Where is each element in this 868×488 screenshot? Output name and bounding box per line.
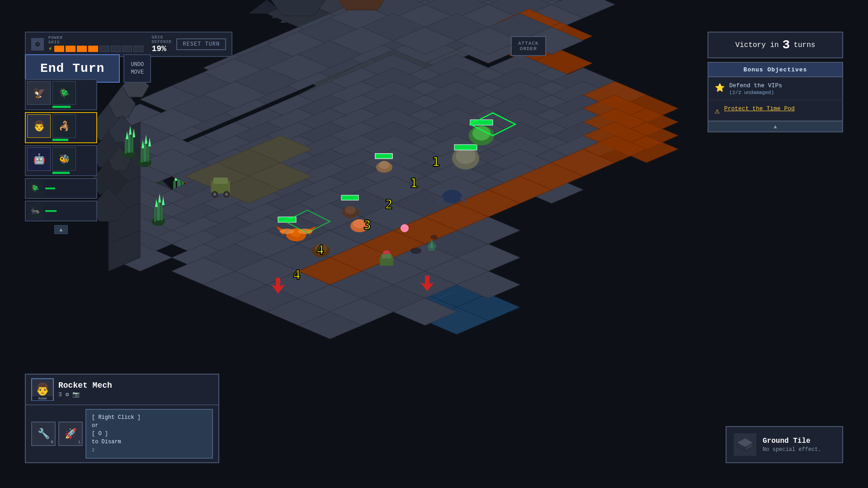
small-unit-icon-1: 🪲 bbox=[27, 180, 43, 197]
svg-rect-491 bbox=[147, 146, 149, 162]
svg-rect-426 bbox=[341, 195, 359, 200]
small-unit-hp-1 bbox=[45, 188, 55, 189]
objective-item-1: ⭐ Defend the VIPs (2/2 undamaged) bbox=[708, 77, 842, 100]
objective-1-subtext: (2/2 undamaged) bbox=[729, 90, 782, 95]
grid-defense-section: GRIDDEFENSE 19% bbox=[151, 35, 172, 53]
action-key-r: R bbox=[51, 440, 53, 445]
action-key-1: 1 bbox=[78, 440, 80, 445]
undo-move-button[interactable]: UNDO MOVE bbox=[123, 54, 151, 83]
action-slot-rocket[interactable]: 🚀 1 bbox=[58, 422, 83, 446]
power-grid-label: POWER GRID bbox=[48, 36, 63, 45]
svg-marker-480 bbox=[339, 0, 384, 10]
unit-icon-3: 🐝 bbox=[52, 147, 76, 171]
svg-rect-459 bbox=[375, 154, 392, 159]
small-unit-2[interactable]: 🐜 bbox=[25, 201, 97, 221]
svg-text:4: 4 bbox=[293, 267, 301, 282]
power-bar-3 bbox=[77, 46, 87, 52]
unit-name: Rocket Mech bbox=[58, 381, 112, 390]
victory-turns-number: 3 bbox=[783, 38, 790, 52]
svg-point-457 bbox=[410, 248, 421, 254]
unit-icon-2: 🦂 bbox=[52, 114, 76, 138]
objectives-scroll-up[interactable]: ▲ bbox=[708, 121, 842, 131]
lightning-icon: ⚡ bbox=[48, 45, 52, 52]
svg-point-423 bbox=[280, 229, 294, 234]
svg-rect-484 bbox=[131, 137, 133, 153]
power-bars: ⚡ bbox=[48, 45, 143, 52]
svg-rect-503 bbox=[382, 254, 392, 258]
grid-defense-value: 19% bbox=[151, 44, 166, 53]
small-unit-1[interactable]: 🪲 bbox=[25, 178, 97, 199]
unit-portrait-name: Adam bbox=[32, 396, 53, 400]
unit-info-panel: 👨 Adam Rocket Mech 3 ⚙ 📷 🔧 R 🚀 1 [ Right… bbox=[25, 374, 219, 463]
victory-banner: Victory in 3 turns bbox=[708, 32, 843, 58]
power-bar-8 bbox=[133, 46, 143, 52]
power-bar-7 bbox=[122, 46, 132, 52]
power-bar-4 bbox=[88, 46, 98, 52]
svg-point-428 bbox=[345, 206, 356, 214]
objectives-header-text: Bonus Objectives bbox=[744, 66, 807, 73]
unit-info-actions: 🔧 R 🚀 1 [ Right Click ]or[ O ]to Disarm … bbox=[26, 405, 218, 462]
svg-text:2: 2 bbox=[385, 197, 393, 212]
svg-text:1: 1 bbox=[410, 176, 418, 191]
right-panel: Victory in 3 turns Bonus Objectives ⭐ De… bbox=[708, 32, 843, 132]
unit-hp-bar-1 bbox=[52, 106, 71, 108]
tile-description: No special effect. bbox=[763, 446, 821, 453]
svg-text:3: 3 bbox=[363, 218, 371, 233]
victory-suffix: turns bbox=[793, 41, 815, 49]
unit-portrait-1: 🦅 bbox=[27, 81, 51, 105]
power-bar-5 bbox=[99, 46, 109, 52]
unit-list-item-1[interactable]: 🦅 🪲 bbox=[25, 79, 97, 110]
unit-list-scroll-down[interactable]: ▲ bbox=[54, 225, 68, 234]
power-grid-section: POWER GRID ⚡ bbox=[48, 36, 143, 53]
unit-list-item-2[interactable]: 👨 🦂 bbox=[25, 112, 97, 143]
svg-rect-482 bbox=[125, 139, 127, 154]
svg-rect-434 bbox=[454, 145, 477, 150]
unit-info-portrait: 👨 Adam bbox=[31, 378, 54, 401]
small-unit-icon-2: 🐜 bbox=[27, 203, 43, 219]
end-turn-section: End Turn UNDO MOVE bbox=[25, 54, 151, 83]
power-bar-6 bbox=[111, 46, 121, 52]
unit-info-header: 👨 Adam Rocket Mech 3 ⚙ 📷 bbox=[26, 375, 218, 405]
svg-point-439 bbox=[442, 190, 462, 203]
svg-rect-489 bbox=[141, 148, 143, 163]
tooltip-key: 2 bbox=[92, 448, 94, 453]
tile-icon bbox=[734, 433, 756, 456]
attack-order-indicator: ATTACKORDER bbox=[511, 36, 546, 56]
victory-prefix: Victory in bbox=[736, 41, 779, 49]
tooltip-text: [ Right Click ]or[ O ]to Disarm bbox=[92, 413, 207, 446]
svg-point-466 bbox=[401, 224, 409, 232]
unit-level: 3 ⚙ 📷 bbox=[58, 391, 112, 398]
power-bar-2 bbox=[66, 46, 75, 52]
svg-rect-445 bbox=[213, 178, 228, 184]
reset-turn-button[interactable]: RESET TURN bbox=[176, 38, 226, 50]
unit-hp-bar-2 bbox=[52, 139, 68, 141]
svg-point-449 bbox=[225, 192, 228, 196]
attack-order-label: ATTACKORDER bbox=[518, 41, 539, 52]
objectives-panel: Bonus Objectives ⭐ Defend the VIPs (2/2 … bbox=[708, 62, 843, 132]
svg-rect-498 bbox=[160, 205, 163, 221]
objective-2-text: Protect the Time Pod bbox=[724, 105, 795, 113]
power-bar-1 bbox=[54, 46, 64, 52]
unit-icon-1: 🪲 bbox=[52, 81, 76, 105]
action-slot-wrench[interactable]: 🔧 R bbox=[31, 422, 56, 446]
top-hud: ⚙ POWER GRID ⚡ GRIDDEFENSE 19% RESET TUR… bbox=[25, 32, 232, 57]
end-turn-button[interactable]: End Turn bbox=[25, 54, 120, 83]
svg-rect-418 bbox=[278, 217, 296, 222]
svg-point-448 bbox=[213, 192, 217, 196]
small-unit-hp-2 bbox=[45, 210, 57, 212]
tile-info-panel: Ground Tile No special effect. bbox=[726, 426, 843, 463]
svg-point-458 bbox=[430, 235, 438, 239]
svg-point-431 bbox=[379, 161, 390, 169]
unit-portrait-2: 👨 bbox=[27, 114, 51, 138]
settings-button[interactable]: ⚙ bbox=[31, 38, 44, 51]
objective-warning-icon: ⚠ bbox=[715, 106, 720, 116]
unit-list: 🦅 🪲 👨 🦂 🤖 🐝 🪲 🐜 ▲ bbox=[25, 79, 97, 236]
unit-hp-bar-3 bbox=[52, 172, 70, 174]
objective-item-2: ⚠ Protect the Time Pod bbox=[708, 100, 842, 121]
objective-star-icon: ⭐ bbox=[715, 83, 725, 93]
unit-list-item-3[interactable]: 🤖 🐝 bbox=[25, 145, 97, 176]
tile-name: Ground Tile bbox=[763, 437, 821, 445]
action-tooltip: [ Right Click ]or[ O ]to Disarm 2 bbox=[85, 409, 213, 459]
tile-info-text: Ground Tile No special effect. bbox=[763, 437, 821, 453]
svg-text:1: 1 bbox=[432, 155, 440, 169]
